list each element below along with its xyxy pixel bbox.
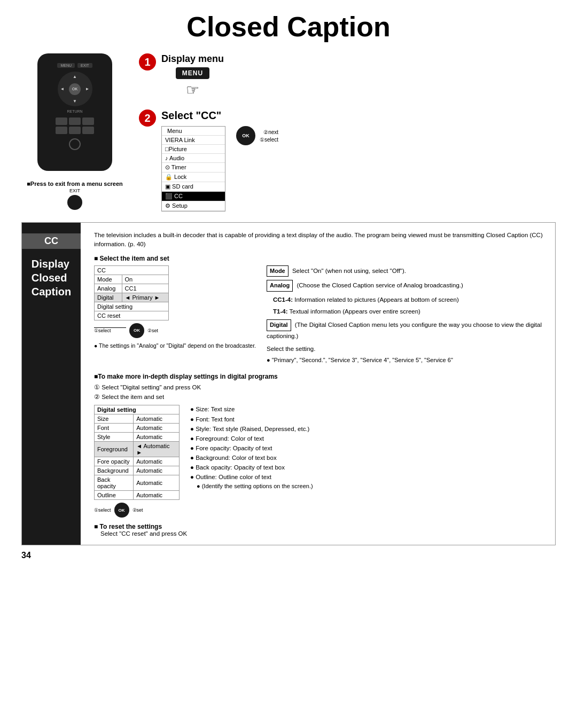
menu-item-audio: ♪ Audio (162, 154, 225, 163)
cc-label-top: CC (22, 233, 81, 249)
select-item-header: Select the item and set (94, 255, 547, 262)
menu-hand-area: MENU ☞ (161, 67, 224, 99)
cc1-4-info: CC1-4: Information related to pictures (… (267, 295, 547, 304)
cc-row-cc: CC (95, 265, 169, 275)
digital-row-size: SizeAutomatic (95, 414, 180, 424)
page-title: Closed Caption (21, 11, 556, 43)
cc-table-area: CC ModeOn AnalogCC1 Digital◄ Primary ► D… (94, 265, 256, 349)
page-number: 34 (21, 551, 556, 560)
digital-step2: ② Select the item and set (94, 393, 547, 401)
cc-label-text: Display Closed Caption (26, 249, 76, 307)
display-menu-section: Display menu MENU ☞ (161, 53, 224, 99)
cc-note: ● The settings in "Analog" or "Digital" … (94, 342, 256, 349)
digital-text: (The Digital Closed Caption menu lets yo… (267, 322, 542, 339)
cc-row-analog: AnalogCC1 (95, 284, 169, 293)
select-label: ①select (260, 137, 278, 143)
primary-options-text: ● "Primary", "Second.", "Service 3", "Se… (267, 356, 547, 365)
step1-circle: 1 (139, 53, 156, 71)
intro-text: The television includes a built-in decod… (94, 231, 547, 249)
digital-table: Digital setting SizeAutomatic FontAutoma… (94, 405, 180, 500)
bottom-section: CC Display Closed Caption The television… (21, 222, 556, 545)
remote-area: MENU EXIT ▲ ▼ ◄ ► OK RETURN (21, 53, 128, 210)
select-set-area: CC ModeOn AnalogCC1 Digital◄ Primary ► D… (94, 265, 547, 365)
set-step-label: ②set (147, 328, 158, 333)
next-label: ②next (260, 129, 278, 135)
press-exit-label: ■Press to exit from a menu screen EXIT (27, 176, 123, 210)
hand-icon: ☞ (186, 81, 199, 99)
right-info: Mode Select "On" (when not using, select… (267, 265, 547, 365)
digital-setting-area: Digital setting SizeAutomatic FontAutoma… (94, 405, 547, 518)
analog-text: (Choose the Closed Caption service of An… (297, 282, 463, 288)
digital-bullet-fore-opacity: Fore opacity: Opacity of text (190, 444, 313, 452)
digital-set-label: ②set (132, 507, 143, 513)
menu-item-cc: ⬛ CC (162, 192, 225, 201)
ok-button: OK (236, 126, 255, 145)
mode-text: Select "On" (when not using, select "Off… (292, 268, 406, 274)
step2-block: 2 Select "CC" Menu VIERA Link □Picture ♪… (139, 109, 556, 212)
digital-info: Digital (The Digital Closed Caption menu… (267, 319, 547, 341)
reset-text: Select "CC reset" and press OK (94, 530, 547, 537)
digital-row-back-opacity: Back opacityAutomatic (95, 475, 180, 491)
cc-table: CC ModeOn AnalogCC1 Digital◄ Primary ► D… (94, 265, 169, 320)
digital-row-font: FontAutomatic (95, 424, 180, 433)
cc-row-digital: Digital◄ Primary ► (95, 293, 169, 302)
menu-item-lock: 🔒 Lock (162, 173, 225, 182)
select-cc-section: Select "CC" Menu VIERA Link □Picture ♪ A… (161, 109, 278, 212)
cc-label-box: CC Display Closed Caption (22, 223, 81, 545)
digital-bullet-back-opacity: Back opacity: Opacity of text box (190, 463, 313, 472)
step1-block: 1 Display menu MENU ☞ (139, 53, 556, 99)
digital-select-set-labels: ①select OK ②set (94, 503, 180, 518)
top-section: MENU EXIT ▲ ▼ ◄ ► OK RETURN (21, 53, 556, 212)
mode-label: Mode (267, 265, 288, 277)
cc-row-mode: ModeOn (95, 275, 169, 284)
menu-item-setup: ⚙ Setup (162, 201, 225, 211)
menu-item-picture: □Picture (162, 145, 225, 154)
select-cc-layout: Menu VIERA Link □Picture ♪ Audio ⊙ Timer… (161, 126, 278, 212)
reset-section: To reset the settings Select "CC reset" … (94, 523, 547, 537)
display-menu-title: Display menu (161, 53, 224, 65)
digital-select-label: ①select (94, 507, 111, 513)
digital-bullet-identify: (Identify the setting options on the scr… (190, 482, 313, 490)
reset-header: To reset the settings (94, 523, 547, 530)
digital-programs-header: ■To make more in-depth display settings … (94, 373, 547, 380)
analog-label: Analog (267, 280, 293, 292)
press-exit-text: ■Press to exit from a menu screen (27, 181, 123, 187)
exit-label: EXIT (27, 188, 123, 193)
cc1-4-label: CC1-4: (273, 296, 293, 303)
digital-bullet-outline: Outline: Outline color of text (190, 473, 313, 481)
menu-item-menu: Menu (162, 127, 225, 136)
digital-row-header: Digital setting (95, 405, 180, 414)
digital-table-area: Digital setting SizeAutomatic FontAutoma… (94, 405, 180, 518)
select-setting-text: Select the setting. (267, 344, 547, 354)
t1-4-label: T1-4: (273, 308, 287, 315)
menu-item-viera: VIERA Link (162, 136, 225, 145)
digital-bullet-foreground: Foreground: Color of text (190, 434, 313, 443)
exit-button-icon (67, 195, 82, 210)
digital-row-outline: OutlineAutomatic (95, 491, 180, 500)
menu-list: Menu VIERA Link □Picture ♪ Audio ⊙ Timer… (161, 126, 225, 212)
bottom-content: The television includes a built-in decod… (94, 231, 547, 537)
select-step-label: ①select (94, 328, 111, 333)
menu-item-timer: ⊙ Timer (162, 163, 225, 173)
digital-bullet-font: Font: Text font (190, 415, 313, 424)
digital-row-style: StyleAutomatic (95, 433, 180, 442)
step2-circle: 2 (139, 109, 156, 127)
digital-bullet-background: Background: Color of text box (190, 453, 313, 462)
cc-row-digital-setting: Digital setting (95, 302, 169, 311)
digital-row-foreground: Foreground◄ Automatic ► (95, 442, 180, 457)
menu-item-sdcard: ▣ SD card (162, 182, 225, 192)
t1-4-text: Textual information (Appears over entire… (289, 308, 420, 315)
digital-label: Digital (267, 319, 291, 331)
digital-programs-section: ■To make more in-depth display settings … (94, 373, 547, 518)
cc-row-cc-reset: CC reset (95, 311, 169, 320)
select-set-labels: ①select OK ②set (94, 323, 256, 338)
ok-button-small: OK (129, 323, 144, 338)
t1-4-info: T1-4: Textual information (Appears over … (267, 307, 547, 316)
digital-row-fore-opacity: Fore opacityAutomatic (95, 457, 180, 466)
digital-bullet-list: Size: Text size Font: Text font Style: T… (190, 405, 313, 491)
digital-row-background: BackgroundAutomatic (95, 466, 180, 475)
analog-info: Analog (Choose the Closed Caption servic… (267, 280, 547, 292)
digital-step1: ① Select "Digital setting" and press OK (94, 383, 547, 391)
mode-info: Mode Select "On" (when not using, select… (267, 265, 547, 277)
remote-control: MENU EXIT ▲ ▼ ◄ ► OK RETURN (37, 53, 112, 171)
